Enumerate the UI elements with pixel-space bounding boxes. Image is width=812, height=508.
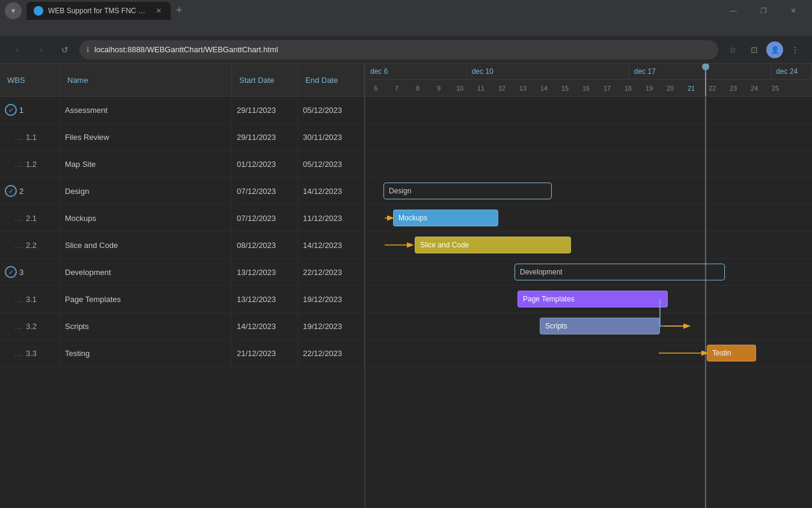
end-cell: 22/12/2023 <box>298 259 364 285</box>
end-cell: 30/11/2023 <box>298 124 364 150</box>
task-bar-design[interactable]: Design <box>383 183 552 199</box>
table-row: …1.2 Map Site 01/12/2023 05/12/2023 <box>0 151 364 178</box>
active-tab[interactable]: 🌐 WEB Support for TMS FNC Gan... ✕ <box>26 2 171 20</box>
indent-dots: … <box>14 241 22 250</box>
wbs-cell: …1.1 <box>0 124 60 150</box>
timeline-marker <box>705 64 706 96</box>
start-cell: 08/12/2023 <box>232 232 298 258</box>
wbs-cell: …3.3 <box>0 340 60 366</box>
task-bar-pagetemplates[interactable]: Page Templates <box>517 291 668 307</box>
end-cell: 14/12/2023 <box>298 232 364 258</box>
task-bar-development[interactable]: Development <box>514 264 725 280</box>
profile-selector[interactable]: ▼ <box>5 2 22 19</box>
address-text: localhost:8888/WEBGanttChart/WEBGanttCha… <box>94 45 711 54</box>
table-header: WBS Name Start Date End Date <box>0 64 364 97</box>
end-cell: 14/12/2023 <box>298 178 364 204</box>
gantt-month: dec 24 <box>771 64 812 79</box>
task-bar-scripts[interactable]: Scripts <box>540 318 660 334</box>
forward-button[interactable]: › <box>31 40 50 59</box>
gantt-days: 6 7 8 9 10 11 12 13 14 15 16 17 18 19 20… <box>365 80 812 97</box>
tab-title: WEB Support for TMS FNC Gan... <box>48 7 149 15</box>
task-bar-slice[interactable]: Slice and Code <box>415 237 571 253</box>
gantt-row: Development <box>365 259 812 286</box>
gantt-day: 16 <box>576 80 597 97</box>
table-row: …3.3 Testing 21/12/2023 22/12/2023 <box>0 340 364 367</box>
name-cell: Development <box>60 259 232 285</box>
browser-menu-button[interactable]: ⋮ <box>786 40 805 59</box>
wbs-cell: ✓ 1 <box>0 97 60 123</box>
indent-dots: … <box>14 322 22 331</box>
tab-close-button[interactable]: ✕ <box>154 6 163 16</box>
gantt-day: 20 <box>660 80 681 97</box>
bookmark-button[interactable]: ☆ <box>723 40 742 59</box>
task-bar-mockups[interactable]: Mockups <box>393 210 498 226</box>
start-cell: 21/12/2023 <box>232 340 298 366</box>
indent-dots: … <box>14 133 22 142</box>
new-tab-button[interactable]: + <box>171 2 188 19</box>
wbs-panel: WBS Name Start Date End Date ✓ 1 Assessm… <box>0 64 365 508</box>
gantt-row: Design <box>365 178 812 205</box>
end-cell: 19/12/2023 <box>298 313 364 339</box>
gantt-header: dec 6 dec 10 dec 17 dec 24 6 7 8 9 10 11… <box>365 64 812 97</box>
group-check-icon: ✓ <box>5 104 17 116</box>
th-startdate: Start Date <box>232 64 298 96</box>
wbs-cell: ✓ 3 <box>0 259 60 285</box>
extensions-button[interactable]: ⊡ <box>745 40 764 59</box>
name-cell: Files Review <box>60 124 232 150</box>
start-cell: 13/12/2023 <box>232 286 298 312</box>
start-cell: 29/11/2023 <box>232 124 298 150</box>
gantt-row: Scripts <box>365 313 812 340</box>
gantt-row: Testin <box>365 340 812 367</box>
gantt-month: dec 6 <box>365 64 467 79</box>
address-bar[interactable]: ℹ localhost:8888/WEBGanttChart/WEBGanttC… <box>79 40 718 59</box>
gantt-day: 14 <box>534 80 555 97</box>
table-row: ✓ 1 Assessment 29/11/2023 05/12/2023 <box>0 97 364 124</box>
gantt-panel: dec 6 dec 10 dec 17 dec 24 6 7 8 9 10 11… <box>365 64 812 508</box>
close-button[interactable]: ✕ <box>780 2 807 20</box>
group-check-icon: ✓ <box>5 185 17 197</box>
end-cell: 11/12/2023 <box>298 205 364 231</box>
gantt-day: 11 <box>471 80 492 97</box>
table-row: …2.1 Mockups 07/12/2023 11/12/2023 <box>0 205 364 232</box>
indent-dots: … <box>14 349 22 358</box>
end-cell: 19/12/2023 <box>298 286 364 312</box>
name-cell: Slice and Code <box>60 232 232 258</box>
minimize-button[interactable]: — <box>719 2 747 20</box>
end-cell: 22/12/2023 <box>298 340 364 366</box>
app-content: WBS Name Start Date End Date ✓ 1 Assessm… <box>0 64 812 508</box>
table-row: …2.2 Slice and Code 08/12/2023 14/12/202… <box>0 232 364 259</box>
table-row: …1.1 Files Review 29/11/2023 30/11/2023 <box>0 124 364 151</box>
gantt-day: 25 <box>765 80 786 97</box>
gantt-day: 23 <box>723 80 744 97</box>
gantt-row: Slice and Code <box>365 232 812 259</box>
name-cell: Assessment <box>60 97 232 123</box>
gantt-row <box>365 97 812 124</box>
gantt-day: 17 <box>597 80 618 97</box>
start-cell: 29/11/2023 <box>232 97 298 123</box>
start-cell: 07/12/2023 <box>232 178 298 204</box>
tab-favicon: 🌐 <box>34 6 43 16</box>
gantt-months: dec 6 dec 10 dec 17 dec 24 <box>365 64 812 80</box>
wbs-cell: …2.2 <box>0 232 60 258</box>
gantt-month: dec 17 <box>629 64 771 79</box>
wbs-cell: …3.1 <box>0 286 60 312</box>
reload-button[interactable]: ↺ <box>55 40 75 59</box>
group-check-icon: ✓ <box>5 266 17 278</box>
back-button[interactable]: ‹ <box>7 40 26 59</box>
wbs-cell: …2.1 <box>0 205 60 231</box>
gantt-day: 7 <box>386 80 408 97</box>
gantt-day: 10 <box>450 80 471 97</box>
profile-avatar[interactable]: 👤 <box>766 41 783 58</box>
start-cell: 01/12/2023 <box>232 151 298 177</box>
wbs-cell: ✓ 2 <box>0 178 60 204</box>
gantt-day: 19 <box>639 80 660 97</box>
name-cell: Scripts <box>60 313 232 339</box>
gantt-day: 13 <box>513 80 534 97</box>
gantt-day: 8 <box>408 80 429 97</box>
th-enddate: End Date <box>298 64 364 96</box>
gantt-body: Design Mockups <box>365 97 812 508</box>
gantt-row: Mockups <box>365 205 812 232</box>
task-bar-testing[interactable]: Testin <box>707 345 756 361</box>
browser-chrome: ▼ 🌐 WEB Support for TMS FNC Gan... ✕ + —… <box>0 0 812 36</box>
restore-button[interactable]: ❐ <box>749 2 777 20</box>
